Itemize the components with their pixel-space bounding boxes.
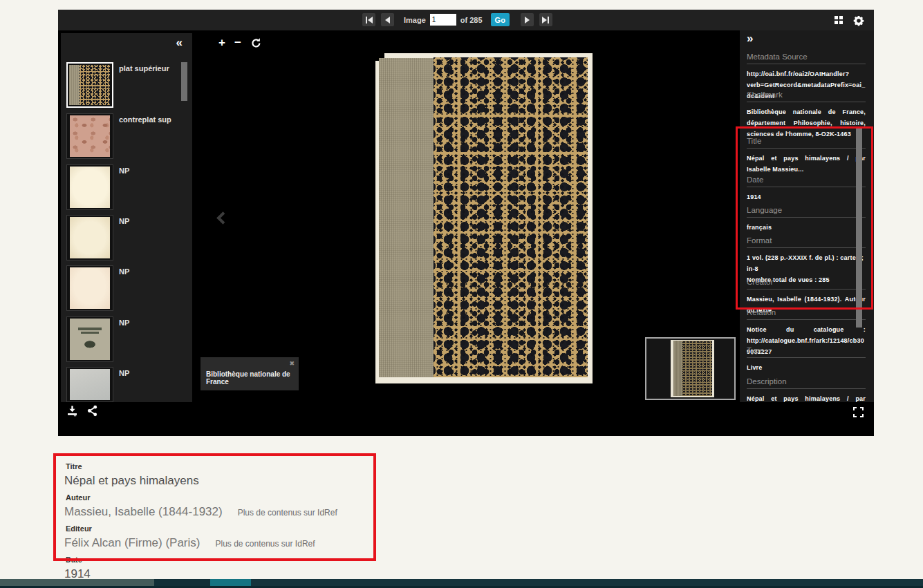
- bottom-scrollbar[interactable]: [0, 579, 923, 588]
- first-page-icon: [366, 17, 367, 23]
- viewer-footer-icons: [66, 405, 98, 417]
- thumbnail-label: NP: [119, 267, 129, 276]
- metadata-section-description: Description Népal et pays himalayens / p…: [747, 377, 866, 402]
- titre-label: Titre: [66, 462, 82, 471]
- settings-gear-icon[interactable]: [853, 15, 864, 26]
- first-page-button[interactable]: [362, 13, 375, 26]
- metadata-value: Népal et pays himalayens / par Isabelle: [747, 389, 866, 402]
- fullscreen-icon[interactable]: [853, 407, 864, 417]
- attribution-box: ✖ Bibliothèque nationale de France: [201, 357, 299, 390]
- last-page-icon: [542, 17, 547, 23]
- editeur-idref-link[interactable]: Plus de contenus sur IdRef: [215, 539, 315, 549]
- metadata-label: Date: [747, 176, 866, 187]
- editeur-row: Félix Alcan (Firme) (Paris) Plus de cont…: [64, 536, 315, 550]
- of-total-label: of 285: [460, 16, 483, 24]
- sidebar-scrollbar[interactable]: [181, 62, 187, 101]
- date-label: Date: [66, 556, 82, 564]
- viewer-toolbar: Image of 285 Go: [58, 10, 874, 30]
- metadata-section-shelfmark: Shelfmark Bibliothèque nationale de Fran…: [747, 91, 866, 140]
- collapse-sidebar-icon[interactable]: «: [176, 36, 181, 50]
- book-cover-image[interactable]: [375, 53, 593, 383]
- zoom-controls: + −: [218, 37, 262, 49]
- go-button[interactable]: Go: [491, 13, 510, 26]
- metadata-section-title: Title Népal et pays himalayens / par Isa…: [747, 137, 866, 175]
- image-viewer: Image of 285 Go «: [58, 10, 874, 436]
- close-icon[interactable]: ✖: [289, 360, 295, 367]
- share-icon[interactable]: [86, 405, 98, 417]
- thumbnail-image[interactable]: [66, 316, 113, 362]
- book-marbled-cover: [433, 57, 588, 377]
- view-grid-icon[interactable]: [835, 16, 844, 26]
- thumbnail-image[interactable]: [66, 215, 113, 260]
- zoom-in-icon[interactable]: +: [218, 37, 225, 49]
- image-number-input[interactable]: [430, 14, 456, 26]
- next-page-button[interactable]: [521, 13, 534, 26]
- metadata-label: Type: [747, 346, 866, 358]
- thumbnail-sidebar: « plat supérieur contreplat sup NP: [61, 33, 192, 402]
- thumbnail-label: NP: [119, 167, 129, 175]
- toolbar-right-icons: [835, 15, 864, 26]
- thumbnail-label: NP: [119, 319, 129, 327]
- metadata-label: Title: [747, 137, 866, 149]
- thumbnail-label: plat supérieur: [119, 64, 169, 73]
- auteur-idref-link[interactable]: Plus de contenus sur IdRef: [238, 508, 337, 518]
- metadata-label: Language: [747, 206, 866, 218]
- editeur-value-link[interactable]: Félix Alcan (Firme) (Paris): [64, 536, 200, 550]
- titre-value: Népal et pays himalayens: [64, 474, 199, 488]
- thumbnail-image[interactable]: [66, 265, 113, 311]
- last-page-button[interactable]: [539, 13, 552, 26]
- auteur-label: Auteur: [66, 493, 90, 502]
- thumbnail-image[interactable]: [66, 367, 113, 402]
- auteur-value-link[interactable]: Massieu, Isabelle (1844-1932): [64, 505, 223, 519]
- next-page-icon: [525, 17, 530, 23]
- thumbnail-item-np-1[interactable]: NP: [66, 164, 187, 210]
- metadata-panel: » Metadata Source http://oai.bnf.fr/oai2…: [740, 30, 874, 402]
- image-navigator[interactable]: [645, 337, 736, 400]
- attribution-text: Bibliothèque nationale de France: [206, 370, 299, 386]
- thumbnail-item-np-4[interactable]: NP: [66, 316, 187, 362]
- thumbnail-item-np-3[interactable]: NP: [66, 265, 187, 311]
- download-icon[interactable]: [66, 405, 78, 417]
- metadata-label: Creator: [747, 278, 866, 290]
- thumbnail-image[interactable]: [66, 113, 113, 159]
- previous-page-button[interactable]: [381, 13, 394, 26]
- metadata-value: Népal et pays himalayens / par Isabelle …: [747, 149, 866, 175]
- editeur-label: Editeur: [66, 524, 92, 533]
- thumbnail-item-np-2[interactable]: NP: [66, 215, 187, 260]
- page-navigation: Image of 285 Go: [362, 13, 552, 26]
- metadata-label: Relation: [747, 308, 866, 320]
- metadata-scrollbar[interactable]: [856, 126, 862, 328]
- thumbnail-item-np-5[interactable]: NP: [66, 367, 187, 402]
- previous-page-icon: [385, 17, 390, 23]
- book-spine: [379, 58, 433, 377]
- thumbnail-label: NP: [119, 369, 129, 377]
- metadata-value: français: [747, 218, 866, 233]
- thumbnail-item-contreplat-sup[interactable]: contreplat sup: [66, 113, 187, 159]
- metadata-section-language: Language français: [747, 206, 866, 233]
- metadata-label: Description: [747, 377, 866, 389]
- metadata-label: Format: [747, 236, 866, 248]
- thumbnail-image[interactable]: [66, 164, 113, 210]
- metadata-value: Livre: [747, 358, 866, 373]
- metadata-section-type: Type Livre: [747, 346, 866, 373]
- thumbnail-label: NP: [119, 217, 129, 225]
- previous-image-arrow[interactable]: [216, 211, 229, 224]
- metadata-label: Metadata Source: [747, 53, 866, 64]
- metadata-value: 1 vol. (228 p.-XXXIX f. de pl.) : cartes…: [747, 248, 866, 274]
- image-label: Image: [404, 16, 426, 24]
- thumbnail-label: contreplat sup: [119, 115, 171, 124]
- expand-panel-icon[interactable]: »: [747, 32, 752, 46]
- metadata-value: 1914: [747, 187, 866, 202]
- metadata-section-date: Date 1914: [747, 176, 866, 202]
- zoom-out-icon[interactable]: −: [234, 37, 241, 49]
- metadata-value: Bibliothèque nationale de France, départ…: [747, 102, 866, 140]
- thumbnail-item-plat-superieur[interactable]: plat supérieur: [66, 62, 187, 108]
- auteur-row: Massieu, Isabelle (1844-1932) Plus de co…: [64, 505, 337, 519]
- rotate-icon[interactable]: [250, 37, 262, 49]
- thumbnail-image[interactable]: [66, 62, 113, 108]
- metadata-label: Shelfmark: [747, 91, 866, 102]
